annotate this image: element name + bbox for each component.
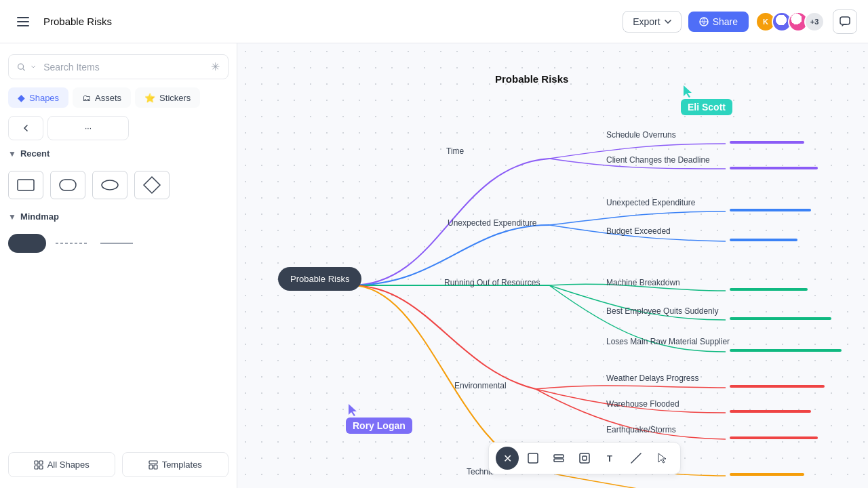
svg-rect-2: [17, 25, 29, 26]
assets-icon: 🗂: [82, 93, 91, 103]
shape-rectangle[interactable]: [8, 171, 43, 199]
svg-line-36: [631, 453, 641, 463]
branch-environmental: Environmental: [454, 381, 507, 390]
mindmap-svg: Probable Risks: [237, 43, 868, 488]
sidebar: ✳ ◆ Shapes 🗂 Assets ⭐ Stickers ···: [0, 43, 237, 488]
mindmap-line1-shape[interactable]: [53, 234, 91, 253]
rory-cursor-label: Rory Logan: [346, 418, 412, 434]
leaf-raw-material: Loses Main Raw Material Supplier: [606, 337, 730, 346]
tool-frame[interactable]: [573, 447, 596, 470]
svg-point-8: [102, 180, 118, 190]
svg-rect-15: [149, 461, 157, 464]
recent-shapes-grid: [8, 167, 229, 203]
canvas[interactable]: Probable Risks: [237, 43, 868, 488]
svg-rect-31: [554, 455, 564, 458]
svg-rect-24: [730, 349, 842, 352]
header: Probable Risks Export Share K +3: [0, 0, 868, 43]
svg-rect-30: [528, 453, 538, 463]
svg-rect-6: [18, 180, 34, 190]
svg-rect-32: [554, 459, 564, 462]
tab-shapes[interactable]: ◆ Shapes: [8, 87, 68, 108]
tool-line[interactable]: [625, 447, 648, 470]
mindmap-section-header[interactable]: ▼ Mindmap: [8, 211, 229, 222]
leaf-client-changes: Client Changes the Deadline: [606, 155, 710, 165]
scroll-tabs: ···: [8, 116, 229, 140]
svg-rect-25: [730, 385, 825, 388]
all-shapes-icon: [34, 460, 43, 470]
document-title: Probable Risks: [43, 16, 614, 27]
search-icon: [17, 62, 26, 73]
scroll-left[interactable]: [8, 116, 43, 140]
svg-rect-13: [35, 466, 38, 469]
svg-rect-33: [580, 453, 589, 463]
tool-select[interactable]: [650, 447, 673, 470]
leaf-budget-exceeded: Budget Exceeded: [606, 226, 671, 236]
templates-button[interactable]: Templates: [122, 452, 229, 477]
svg-rect-27: [730, 436, 818, 439]
leaf-warehouse-flooded: Warehouse Flooded: [606, 399, 679, 409]
cursor-eli: Eli Scott: [681, 84, 732, 115]
svg-rect-21: [730, 239, 797, 241]
pin-icon[interactable]: ✳: [211, 60, 220, 73]
svg-rect-17: [154, 465, 157, 469]
eli-cursor-label: Eli Scott: [681, 99, 732, 115]
bottom-toolbar: ✕ T: [488, 442, 681, 474]
comment-button[interactable]: [833, 9, 857, 34]
mindmap-node-shape[interactable]: [8, 234, 46, 253]
branch-unexpected: Unexpected Expenditure: [448, 218, 536, 228]
svg-rect-1: [17, 21, 29, 22]
menu-button[interactable]: [11, 9, 35, 34]
tool-layers[interactable]: [547, 447, 570, 470]
main-layout: ✳ ◆ Shapes 🗂 Assets ⭐ Stickers ···: [0, 43, 868, 488]
sidebar-footer: All Shapes Templates: [8, 452, 229, 477]
recent-section-header[interactable]: ▼ Recent: [8, 148, 229, 159]
svg-text:T: T: [607, 453, 612, 464]
close-button[interactable]: ✕: [496, 447, 519, 470]
svg-rect-11: [35, 461, 38, 464]
svg-rect-12: [39, 461, 43, 464]
mindmap-line2-shape[interactable]: [98, 234, 136, 253]
leaf-schedule-overruns: Schedule Overruns: [606, 130, 676, 140]
shape-ellipse[interactable]: [92, 171, 127, 199]
leaf-earthquake-storms: Earthquake/Storms: [606, 425, 676, 434]
search-bar: ✳: [8, 54, 229, 79]
avatar-count: +3: [804, 12, 825, 32]
all-shapes-button[interactable]: All Shapes: [8, 452, 115, 477]
svg-rect-28: [730, 473, 804, 476]
svg-rect-0: [17, 17, 29, 18]
eli-cursor-pointer: [681, 84, 694, 99]
tab-assets[interactable]: 🗂 Assets: [73, 87, 131, 108]
chevron-down-icon: ▼: [8, 212, 16, 222]
scroll-label[interactable]: ···: [47, 116, 129, 140]
export-button[interactable]: Export: [623, 11, 681, 33]
collaborator-avatars: K +3: [755, 12, 825, 32]
header-actions: Export Share K +3: [623, 11, 825, 33]
shapes-icon: ◆: [18, 92, 25, 103]
chevron-down-icon: ▼: [8, 149, 16, 159]
tool-rectangle[interactable]: [521, 447, 545, 470]
shape-tabs: ◆ Shapes 🗂 Assets ⭐ Stickers: [8, 87, 229, 108]
svg-rect-16: [149, 465, 153, 469]
svg-rect-23: [730, 317, 831, 320]
cursor-rory: Rory Logan: [346, 403, 412, 434]
svg-rect-26: [730, 410, 811, 413]
svg-rect-4: [840, 17, 850, 24]
rory-cursor-pointer: [346, 403, 359, 418]
shape-diamond[interactable]: [134, 171, 170, 199]
svg-rect-34: [583, 456, 587, 460]
search-input[interactable]: [43, 62, 205, 73]
tab-stickers[interactable]: ⭐ Stickers: [135, 87, 200, 108]
central-node[interactable]: Probable Risks: [278, 267, 361, 291]
leaf-machine-breakdown: Machine Breakdown: [606, 278, 680, 287]
leaf-unexpected-expenditure: Unexpected Expenditure: [606, 198, 695, 207]
leaf-employee-quits: Best Employee Quits Suddenly: [606, 306, 718, 316]
leaf-weather-delays: Weather Delays Progress: [606, 373, 699, 383]
shape-rounded-rectangle[interactable]: [50, 171, 85, 199]
share-button[interactable]: Share: [688, 12, 749, 32]
svg-rect-20: [730, 209, 811, 211]
branch-resources: Running Out of Resources: [444, 278, 540, 287]
search-dropdown-icon[interactable]: [31, 65, 35, 69]
svg-rect-7: [60, 180, 76, 190]
tool-text[interactable]: T: [599, 447, 622, 470]
stickers-icon: ⭐: [144, 93, 155, 103]
